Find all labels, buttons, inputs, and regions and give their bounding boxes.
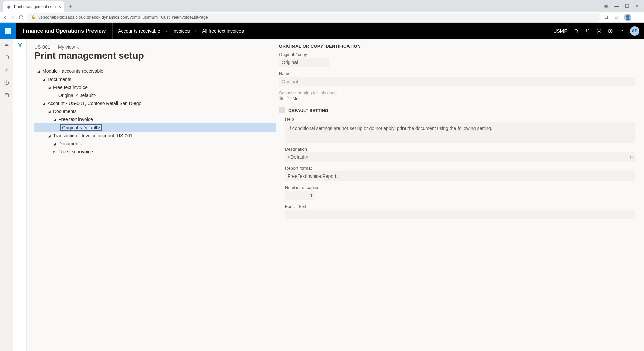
- recent-icon[interactable]: [3, 79, 10, 86]
- tab-title: Print management setu: [14, 4, 56, 9]
- browser-tab[interactable]: ◆ Print management setu ×: [3, 1, 64, 12]
- input-report-format[interactable]: FreeTextInvoice.Report: [285, 171, 635, 181]
- close-window-icon[interactable]: ✕: [635, 3, 639, 9]
- tree-node-module[interactable]: ◢ Module - accounts receivable: [34, 67, 276, 75]
- expand-icon[interactable]: ◢: [42, 78, 46, 81]
- tree-node-original-default[interactable]: Original <Default>: [34, 91, 276, 99]
- bell-icon[interactable]: [584, 28, 591, 34]
- label-suspend: Suspend printing for this docu…: [279, 90, 635, 95]
- main-panel: US-001 | My view ⌄ Print management setu…: [27, 39, 644, 351]
- zoom-icon[interactable]: [604, 15, 609, 20]
- favorites-icon[interactable]: ☆: [3, 66, 10, 73]
- toggle-suspend[interactable]: [279, 96, 289, 101]
- filter-column: [13, 39, 27, 351]
- new-tab-button[interactable]: ＋: [68, 2, 74, 10]
- breadcrumb-item[interactable]: All free text invoices: [197, 28, 249, 34]
- tab-strip: ◆ Print management setu × ＋ ◉ — ☐ ✕: [0, 0, 644, 12]
- company-picker[interactable]: USMF: [553, 28, 567, 34]
- input-name[interactable]: Original: [279, 77, 635, 86]
- search-icon[interactable]: [573, 28, 580, 34]
- workspaces-icon[interactable]: [3, 92, 10, 99]
- breadcrumb: Accounts receivable › Invoices › All fre…: [113, 23, 249, 39]
- minimize-icon[interactable]: —: [614, 3, 619, 9]
- record-id: US-001: [34, 44, 50, 50]
- kebab-icon[interactable]: ⋮: [637, 15, 641, 20]
- svg-point-0: [605, 16, 607, 18]
- reload-icon[interactable]: [19, 15, 23, 20]
- input-original-copy[interactable]: Original: [279, 58, 329, 67]
- tree-node-documents[interactable]: ◢ Documents: [34, 140, 276, 148]
- tree-node-free-text-invoice[interactable]: ◢ Free text invoice: [34, 115, 276, 123]
- profile-icon[interactable]: 👤: [624, 14, 631, 21]
- help-text: If conditional settings are not set up o…: [285, 122, 635, 143]
- app-title: Finance and Operations Preview: [16, 23, 113, 39]
- label-destination: Destination: [285, 147, 635, 152]
- tree-node-free-text-invoice[interactable]: ◢ Free text invoice: [34, 83, 276, 91]
- workspace: ☆ US-001 | My view ⌄: [0, 39, 644, 351]
- input-destination[interactable]: <Default> ▷: [285, 152, 635, 162]
- chrome-account-icon[interactable]: ◉: [604, 3, 608, 9]
- expand-icon[interactable]: ◢: [47, 86, 52, 89]
- tree-node-original-default-selected[interactable]: Original <Default>: [34, 123, 276, 132]
- page-title: Print management setup: [34, 50, 276, 61]
- svg-point-3: [610, 30, 611, 32]
- chevron-right-icon[interactable]: ▷: [629, 154, 633, 160]
- label-name: Name: [279, 71, 635, 76]
- record-heading-row: US-001 | My view ⌄: [34, 42, 276, 50]
- maximize-icon[interactable]: ☐: [625, 3, 629, 9]
- tree-node-transaction[interactable]: ◢ Transaction - Invoice account: US-001: [34, 132, 276, 140]
- input-footer[interactable]: [285, 210, 635, 219]
- checkbox-default-setting[interactable]: [279, 107, 285, 113]
- section-original-copy: ORIGINAL OR COPY IDENTIFICATION: [279, 44, 635, 49]
- tree-node-account[interactable]: ◢ Account - US-001, Contoso Retail San D…: [34, 99, 276, 107]
- tab-favicon: ◆: [6, 4, 11, 9]
- tree-node-free-text-invoice[interactable]: ▷ Free text invoice: [34, 148, 276, 156]
- url-field[interactable]: 🔒 usnconeboxax1aos.cloud.onebox.dynamics…: [27, 13, 601, 22]
- chevron-down-icon: ⌄: [76, 44, 80, 50]
- smile-icon[interactable]: [596, 28, 602, 34]
- app-launcher-button[interactable]: [0, 23, 16, 39]
- detail-panel: ORIGINAL OR COPY IDENTIFICATION Original…: [276, 42, 635, 342]
- gear-icon[interactable]: [607, 28, 614, 34]
- label-report-format: Report format: [285, 166, 635, 171]
- svg-point-1: [575, 29, 577, 32]
- help-icon[interactable]: [619, 28, 625, 34]
- label-footer: Footer text: [285, 204, 635, 209]
- print-management-tree: ◢ Module - accounts receivable ◢ Documen…: [34, 67, 276, 156]
- label-default-setting: DEFAULT SETTING: [288, 108, 328, 113]
- forward-icon: [11, 15, 15, 20]
- waffle-icon: [5, 28, 11, 34]
- address-bar: 🔒 usnconeboxax1aos.cloud.onebox.dynamics…: [0, 12, 644, 23]
- svg-point-2: [597, 29, 601, 33]
- input-copies[interactable]: 1: [285, 191, 315, 200]
- svg-rect-5: [5, 94, 8, 97]
- view-selector[interactable]: My view ⌄: [58, 44, 80, 50]
- breadcrumb-item[interactable]: Invoices: [167, 28, 195, 34]
- tree-node-documents[interactable]: ◢ Documents: [34, 75, 276, 83]
- expand-icon[interactable]: ◢: [47, 134, 52, 138]
- expand-icon[interactable]: ◢: [52, 118, 57, 121]
- close-tab-icon[interactable]: ×: [58, 4, 61, 9]
- home-icon[interactable]: [3, 54, 10, 60]
- tree-node-documents[interactable]: ◢ Documents: [34, 107, 276, 115]
- label-original-copy: Original / copy: [279, 52, 635, 57]
- expand-icon[interactable]: ◢: [42, 102, 46, 105]
- breadcrumb-item[interactable]: Accounts receivable: [113, 28, 165, 34]
- toggle-suspend-value: No: [292, 96, 299, 101]
- expand-icon[interactable]: ◢: [47, 110, 52, 113]
- label-help: Help: [285, 117, 635, 122]
- filter-icon[interactable]: [18, 42, 22, 351]
- window-controls: ◉ — ☐ ✕: [604, 3, 644, 9]
- browser-chrome: ◆ Print management setu × ＋ ◉ — ☐ ✕ 🔒 us…: [0, 0, 644, 23]
- star-icon[interactable]: ☆: [614, 15, 619, 20]
- expand-icon[interactable]: ◢: [52, 142, 57, 146]
- label-copies: Number of copies: [285, 185, 635, 190]
- hamburger-icon[interactable]: [3, 41, 10, 48]
- url-text: usnconeboxax1aos.cloud.onebox.dynamics.c…: [38, 15, 208, 20]
- user-avatar[interactable]: AD: [630, 26, 639, 36]
- left-nav-rail: ☆: [0, 39, 13, 351]
- collapse-icon[interactable]: ▷: [52, 150, 57, 154]
- back-icon[interactable]: [3, 15, 7, 20]
- modules-icon[interactable]: [3, 105, 10, 111]
- expand-icon[interactable]: ◢: [36, 69, 41, 73]
